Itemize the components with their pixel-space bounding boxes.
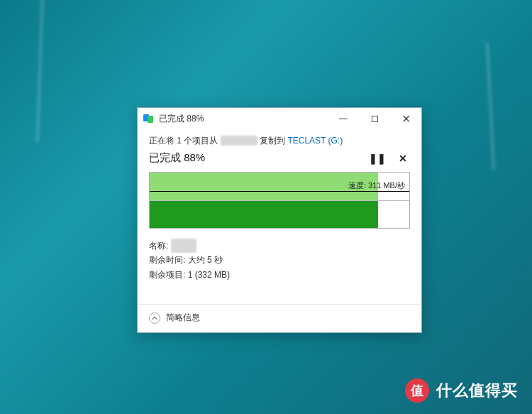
watermark-badge: 值 [405, 378, 429, 403]
items-value: 1 (332 MB) [188, 270, 230, 280]
detail-time-row: 剩余时间: 大约 5 秒 [149, 253, 410, 267]
details-toggle-label[interactable]: 简略信息 [166, 312, 200, 324]
detail-name-row: 名称: xx [149, 239, 410, 253]
speed-value: 311 MB/秒 [368, 181, 405, 190]
name-label: 名称: [149, 241, 168, 251]
headline-row: 已完成 88% ❚❚ ✕ [149, 151, 410, 165]
cancel-button[interactable]: ✕ [399, 153, 407, 164]
time-value: 大约 5 秒 [188, 255, 223, 265]
maximize-button[interactable] [359, 108, 390, 129]
items-label: 剩余项目: [149, 270, 185, 280]
window-controls: ─ ✕ [328, 108, 421, 129]
file-copy-dialog: 已完成 88% ─ ✕ 正在将 1 个项目从 xxxx 复制到 TECLAST … [137, 107, 422, 333]
pause-button[interactable]: ❚❚ [369, 153, 386, 164]
watermark: 值 什么值得买 [405, 378, 518, 403]
copy-operation-icon [143, 113, 155, 124]
minimize-button[interactable]: ─ [328, 108, 359, 129]
dialog-footer: 简略信息 [138, 304, 421, 332]
watermark-text: 什么值得买 [436, 380, 518, 401]
time-label: 剩余时间: [149, 255, 185, 265]
source-prefix: 正在将 1 个项目从 [149, 136, 218, 146]
titlebar: 已完成 88% ─ ✕ [138, 108, 421, 129]
operation-controls: ❚❚ ✕ [369, 153, 407, 164]
progress-headline: 已完成 88% [149, 151, 205, 165]
graph-upper-fill [150, 173, 378, 200]
source-mid: 复制到 [260, 136, 285, 146]
graph-midline [150, 200, 409, 201]
destination-link[interactable]: TECLAST (G:) [287, 136, 343, 146]
file-name-redacted: xx [171, 239, 196, 253]
source-path-redacted: xxxx [221, 136, 257, 146]
graph-lower-fill [150, 200, 378, 228]
speed-label: 速度: 311 MB/秒 [348, 180, 405, 191]
operation-description: 正在将 1 个项目从 xxxx 复制到 TECLAST (G:) [149, 135, 410, 147]
chevron-up-icon[interactable] [149, 312, 160, 324]
detail-items-row: 剩余项目: 1 (332 MB) [149, 268, 410, 282]
speed-indicator-line [150, 191, 409, 192]
dialog-content: 正在将 1 个项目从 xxxx 复制到 TECLAST (G:) 已完成 88%… [138, 129, 421, 304]
close-button[interactable]: ✕ [390, 108, 421, 129]
window-title: 已完成 88% [159, 113, 328, 125]
speed-graph: 速度: 311 MB/秒 [149, 172, 410, 229]
details-block: 名称: xx 剩余时间: 大约 5 秒 剩余项目: 1 (332 MB) [149, 239, 410, 282]
